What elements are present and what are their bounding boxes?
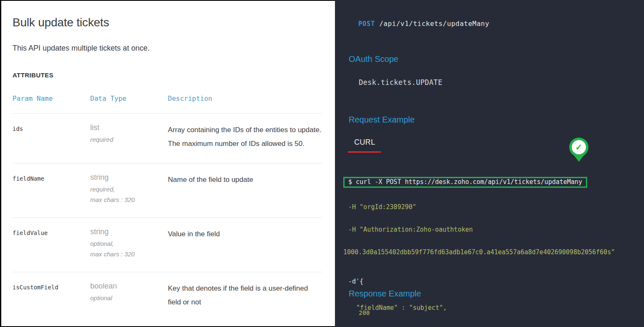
- type-qualifier: required, max chars : 320: [90, 184, 168, 205]
- type-value: list: [90, 123, 168, 132]
- attributes-table-header: Param Name Data Type Description: [13, 95, 322, 113]
- type-qualifier: optional, max chars : 320: [90, 238, 168, 259]
- endpoint: POST/api/v1/tickets/updateMany: [358, 20, 489, 28]
- attributes-heading: ATTRIBUTES: [13, 72, 322, 79]
- data-type-cell: boolean optional: [90, 282, 168, 309]
- column-header-data-type: Data Type: [90, 95, 168, 102]
- endpoint-path: /api/v1/tickets/updateMany: [379, 20, 489, 28]
- code-line-fieldname: "fieldName" : "subject",: [356, 302, 644, 314]
- http-method-badge: POST: [358, 20, 375, 28]
- type-qualifier: optional: [90, 293, 168, 303]
- param-name-cell: isCustomField: [13, 282, 90, 309]
- description-cell: Array containing the IDs of the entities…: [168, 123, 322, 151]
- table-row-iscustomfield: isCustomField boolean optional Key that …: [13, 272, 322, 322]
- param-name-cell: fieldValue: [13, 227, 90, 259]
- description-cell: Name of the field to update: [168, 173, 322, 205]
- oauth-scope-heading: OAuth Scope: [349, 54, 398, 64]
- code-line-header-auth: -H "Authorization:Zoho-oauthtoken: [348, 226, 644, 233]
- tab-active-underline: [348, 151, 381, 153]
- response-status-code: 200: [359, 309, 370, 316]
- page-description: This API updates multiple tickets at onc…: [13, 44, 322, 53]
- doc-panel: Bulk update tickets This API updates mul…: [1, 1, 335, 326]
- response-example-heading: Response Example: [349, 289, 421, 299]
- table-row-fieldname: fieldName string required, max chars : 3…: [13, 163, 322, 217]
- type-qualifier: required: [90, 134, 168, 145]
- data-type-cell: string required, max chars : 320: [90, 173, 168, 205]
- code-line-data-flag: -d'{: [348, 276, 644, 287]
- table-row-ids: ids list required Array containing the I…: [13, 113, 322, 163]
- type-value: string: [90, 227, 168, 236]
- checkmark-marker-icon: ✓: [569, 138, 588, 162]
- page-title: Bulk update tickets: [13, 16, 322, 29]
- type-value: string: [90, 173, 168, 182]
- code-line-header-orgid: -H "orgId:2389290": [348, 203, 644, 211]
- code-line-token: 1000.3d0a155402dbb59f776fd63adb1e67c0.a4…: [343, 248, 644, 256]
- example-panel: POST/api/v1/tickets/updateMany OAuth Sco…: [335, 0, 644, 327]
- column-header-param-name: Param Name: [13, 95, 90, 102]
- column-header-description: Description: [168, 95, 322, 102]
- table-row-fieldvalue: fieldValue string optional, max chars : …: [13, 217, 322, 272]
- data-type-cell: list required: [90, 123, 168, 151]
- attributes-table: Param Name Data Type Description ids lis…: [13, 95, 322, 322]
- type-value: boolean: [90, 282, 168, 291]
- code-line-curl: $ curl -X POST https://desk.zoho.com/api…: [343, 177, 644, 188]
- data-type-cell: string optional, max chars : 320: [90, 227, 168, 259]
- description-cell: Key that denotes if the field is a user-…: [168, 282, 322, 309]
- oauth-scope-value: Desk.tickets.UPDATE: [359, 78, 442, 87]
- description-cell: Value in the field: [168, 227, 322, 259]
- annotation-highlight-box: $ curl -X POST https://desk.zoho.com/api…: [343, 177, 587, 188]
- api-doc-page: Bulk update tickets This API updates mul…: [0, 0, 644, 327]
- check-icon: ✓: [572, 140, 586, 154]
- param-name-cell: fieldName: [13, 173, 90, 205]
- tab-curl[interactable]: CURL: [354, 138, 375, 147]
- curl-code-block: $ curl -X POST https://desk.zoho.com/api…: [343, 162, 644, 327]
- param-name-cell: ids: [13, 123, 90, 151]
- request-example-heading: Request Example: [349, 115, 415, 125]
